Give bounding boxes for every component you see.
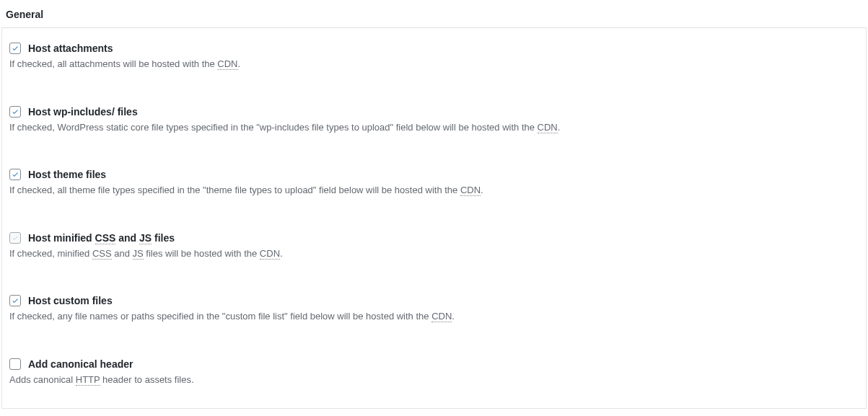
option-add-canonical-header: Add canonical header Adds canonical HTTP…: [9, 358, 859, 387]
abbr-js: JS: [139, 232, 152, 244]
desc-host-wp-includes: If checked, WordPress static core file t…: [9, 120, 859, 135]
option-host-minified-css-js: Host minified CSS and JS files If checke…: [9, 232, 859, 261]
option-host-theme-files: Host theme files If checked, all theme f…: [9, 169, 859, 198]
label-host-custom-files[interactable]: Host custom files: [28, 295, 113, 306]
checkbox-host-wp-includes[interactable]: [9, 106, 21, 118]
desc-host-attachments: If checked, all attachments will be host…: [9, 57, 859, 71]
abbr-css: CSS: [92, 248, 112, 260]
option-host-custom-files: Host custom files If checked, any file n…: [9, 295, 859, 324]
section-title: General: [0, 0, 868, 27]
abbr-css: CSS: [95, 232, 116, 244]
desc-add-canonical-header: Adds canonical HTTP header to assets fil…: [9, 373, 859, 387]
general-panel: Host attachments If checked, all attachm…: [1, 27, 867, 409]
checkbox-add-canonical-header[interactable]: [9, 358, 21, 370]
abbr-cdn: CDN: [260, 248, 280, 260]
label-host-attachments[interactable]: Host attachments: [28, 43, 113, 54]
label-host-wp-includes[interactable]: Host wp-includes/ files: [28, 106, 138, 118]
option-host-attachments: Host attachments If checked, all attachm…: [9, 43, 859, 71]
desc-host-custom-files: If checked, any file names or paths spec…: [9, 309, 859, 324]
option-host-wp-includes: Host wp-includes/ files If checked, Word…: [9, 106, 859, 135]
abbr-http: HTTP: [76, 374, 100, 386]
desc-host-minified-css-js: If checked, minified CSS and JS files wi…: [9, 247, 859, 261]
checkbox-host-custom-files[interactable]: [9, 295, 21, 306]
checkbox-host-attachments[interactable]: [9, 43, 21, 54]
checkbox-host-theme-files[interactable]: [9, 169, 21, 180]
checkbox-host-minified-css-js: [9, 232, 21, 244]
abbr-cdn: CDN: [431, 311, 452, 322]
label-host-minified-css-js: Host minified CSS and JS files: [28, 232, 175, 244]
desc-host-theme-files: If checked, all theme file types specifi…: [9, 183, 859, 198]
label-add-canonical-header[interactable]: Add canonical header: [28, 358, 133, 370]
abbr-cdn: CDN: [538, 122, 558, 133]
abbr-cdn: CDN: [217, 58, 237, 70]
abbr-cdn: CDN: [460, 185, 481, 196]
abbr-js: JS: [133, 248, 144, 260]
label-host-theme-files[interactable]: Host theme files: [28, 169, 106, 180]
